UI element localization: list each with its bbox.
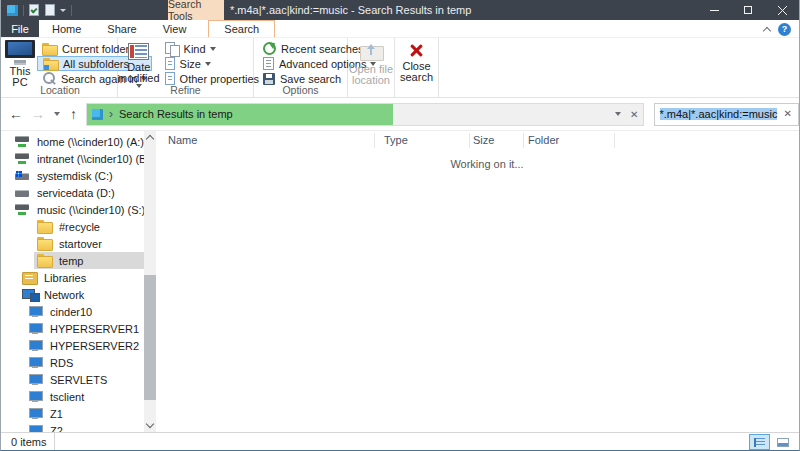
calendar-icon (128, 43, 149, 60)
minimize-button[interactable] (697, 0, 731, 20)
network-drive-icon (15, 203, 31, 216)
thumbnails-view-icon (777, 438, 789, 447)
sidebar-scrollbar[interactable] (144, 131, 156, 432)
column-divider[interactable] (523, 133, 524, 148)
tree-item[interactable]: home (\\cinder10) (A:) (12, 133, 144, 150)
tree-item[interactable]: music (\\cinder10) (S:) (12, 201, 144, 218)
breadcrumb-chevron-icon[interactable]: › (109, 107, 113, 121)
column-divider[interactable] (614, 133, 615, 148)
search-input[interactable]: *.m4a|*.aac|kind:=music ✕ (654, 103, 800, 126)
details-view-icon (754, 438, 765, 447)
tab-share[interactable]: Share (94, 20, 149, 37)
address-bar[interactable]: › Search Results in temp ✕ (86, 103, 644, 126)
tree-item-label: intranet (\\cinder10) (B:) (37, 153, 144, 165)
recent-searches-icon (263, 42, 276, 55)
open-file-location-button: Open file location (348, 38, 394, 97)
computer-icon (28, 339, 44, 352)
folder-tree: home (\\cinder10) (A:)intranet (\\cinder… (1, 131, 144, 432)
maximize-button[interactable] (731, 0, 765, 20)
dropdown-caret-icon (205, 62, 211, 66)
size-label: Size (180, 58, 201, 70)
tree-item-label: cinder10 (50, 306, 92, 318)
network-drive-icon (15, 135, 31, 148)
tab-file[interactable]: File (1, 20, 39, 37)
tree-item[interactable]: cinder10 (25, 303, 144, 320)
help-icon[interactable]: ? (778, 23, 791, 36)
column-header-name[interactable]: Name (168, 134, 197, 146)
thumbnails-view-button[interactable] (772, 434, 793, 450)
details-view-button[interactable] (749, 434, 770, 450)
minimize-ribbon-icon[interactable] (763, 26, 771, 34)
tree-item-label: Z2 (50, 425, 63, 433)
column-divider[interactable] (374, 133, 375, 148)
tree-item-label: tsclient (50, 391, 84, 403)
back-icon[interactable]: ← (9, 107, 23, 121)
column-header-size[interactable]: Size (473, 134, 494, 146)
ribbon-tab-row: File Home Share View Search ? (1, 20, 799, 38)
close-button[interactable] (765, 0, 799, 20)
system-drive-icon (15, 169, 31, 182)
properties-icon[interactable] (29, 4, 39, 16)
tree-item[interactable]: servicedata (D:) (12, 184, 144, 201)
tree-item[interactable]: RDS (25, 354, 144, 371)
tree-item[interactable]: Network (19, 286, 144, 303)
computer-icon (28, 390, 44, 403)
divider (71, 5, 72, 16)
tree-item-label: servicedata (D:) (37, 187, 115, 199)
new-folder-icon[interactable] (45, 4, 55, 16)
save-icon (263, 73, 275, 85)
tree-item[interactable]: temp (34, 252, 144, 269)
ribbon-group-close-search: Close search (395, 38, 439, 97)
forward-icon: → (31, 107, 45, 121)
tab-home[interactable]: Home (39, 20, 94, 37)
tab-search[interactable]: Search (208, 20, 275, 37)
tree-item[interactable]: HYPERSERVER1 (25, 320, 144, 337)
libraries-icon (22, 271, 38, 284)
scroll-down-icon[interactable] (146, 420, 154, 428)
ribbon: This PC Current folder All subfolders Se… (1, 38, 799, 98)
close-search-button[interactable]: Close search (395, 38, 438, 97)
tree-item[interactable]: systemdisk (C:) (12, 167, 144, 184)
tree-item-label: startover (59, 238, 102, 250)
tree-item[interactable]: #recycle (34, 218, 144, 235)
scrollbar-thumb[interactable] (144, 275, 156, 400)
tree-item[interactable]: startover (34, 235, 144, 252)
tree-item-label: Z1 (50, 408, 63, 420)
working-status-text: Working on it... (161, 158, 799, 170)
tree-item[interactable]: tsclient (25, 388, 144, 405)
tree-item-label: systemdisk (C:) (37, 170, 113, 182)
divider (54, 433, 55, 451)
breadcrumb[interactable]: Search Results in temp (119, 108, 233, 120)
computer-icon (28, 322, 44, 335)
tree-item-label: #recycle (59, 221, 100, 233)
column-header-folder[interactable]: Folder (528, 134, 559, 146)
search-tools-contextual-tab[interactable]: Search Tools (168, 0, 224, 20)
stop-refresh-icon[interactable]: ✕ (630, 109, 638, 120)
view-toggles (749, 433, 793, 451)
plain-drive-icon (15, 186, 31, 199)
search-query-text[interactable]: *.m4a|*.aac|kind:=music (660, 108, 778, 120)
clear-search-icon[interactable]: ✕ (784, 108, 792, 119)
folder-icon (37, 237, 53, 250)
tree-item-label: home (\\cinder10) (A:) (37, 136, 144, 148)
scroll-up-icon[interactable] (146, 135, 154, 143)
tree-item[interactable]: HYPERSERVER2 (25, 337, 144, 354)
qat-dropdown-icon[interactable] (60, 9, 66, 12)
column-header-type[interactable]: Type (384, 134, 408, 146)
tree-item-label: HYPERSERVER1 (50, 323, 139, 335)
column-divider[interactable] (469, 133, 470, 148)
tree-item[interactable]: Z1 (25, 405, 144, 422)
tab-view[interactable]: View (150, 20, 200, 37)
tree-item[interactable]: SERVLETS (25, 371, 144, 388)
tree-item[interactable]: Z2 (25, 422, 144, 432)
navigation-pane: home (\\cinder10) (A:)intranet (\\cinder… (1, 131, 161, 432)
minimize-icon (710, 10, 719, 11)
ribbon-group-options: Recent searches Advanced options Save se… (254, 38, 348, 97)
tree-item[interactable]: intranet (\\cinder10) (B:) (12, 150, 144, 167)
kind-icon (165, 42, 179, 55)
up-icon[interactable]: ↑ (70, 107, 77, 121)
tree-item[interactable]: Libraries (19, 269, 144, 286)
history-dropdown-icon[interactable] (54, 112, 60, 116)
address-dropdown-icon[interactable] (615, 112, 621, 116)
close-search-icon (408, 43, 425, 59)
